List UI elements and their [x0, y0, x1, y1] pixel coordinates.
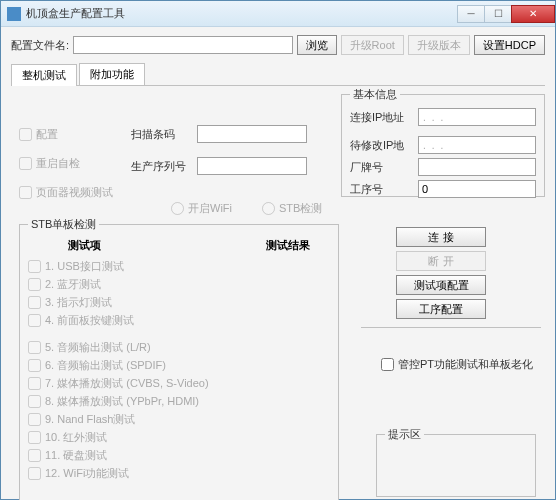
chk-ctrl-pt[interactable]: 管控PT功能测试和单板老化 — [381, 357, 533, 372]
tab-bar: 整机测试 附加功能 — [11, 63, 545, 86]
upgrade-root-button: 升级Root — [341, 35, 404, 55]
browse-button[interactable]: 浏览 — [297, 35, 337, 55]
maximize-button[interactable]: ☐ — [484, 5, 512, 23]
config-file-input[interactable] — [73, 36, 293, 54]
factory-input[interactable] — [418, 158, 536, 176]
minimize-button[interactable]: ─ — [457, 5, 485, 23]
stb-item-2[interactable]: 2. 蓝牙测试 — [28, 277, 330, 292]
connect-button[interactable]: 连 接 — [396, 227, 486, 247]
factory-label: 厂牌号 — [350, 160, 412, 175]
divider — [361, 327, 541, 328]
hint-group: 提示区 — [376, 427, 536, 497]
chk-config[interactable]: 配置 — [19, 127, 113, 142]
stb-item-11[interactable]: 11. 硬盘测试 — [28, 448, 330, 463]
app-icon — [7, 7, 21, 21]
radio-open-wifi[interactable]: 开启WiFi — [171, 201, 232, 216]
window-title: 机顶盒生产配置工具 — [26, 6, 458, 21]
stb-col-result: 测试结果 — [266, 238, 310, 253]
mod-ip-input[interactable]: ... — [418, 136, 536, 154]
set-hdcp-button[interactable]: 设置HDCP — [474, 35, 545, 55]
titlebar: 机顶盒生产配置工具 ─ ☐ ✕ — [1, 1, 555, 27]
tab-addon[interactable]: 附加功能 — [79, 63, 145, 85]
station-label: 工序号 — [350, 182, 412, 197]
basic-info-group: 基本信息 连接IP地址 ... 待修改IP地 ... 厂牌号 工序号 — [341, 87, 545, 197]
test-item-config-button[interactable]: 测试项配置 — [396, 275, 486, 295]
stb-item-4[interactable]: 4. 前面板按键测试 — [28, 313, 330, 328]
basic-info-legend: 基本信息 — [350, 87, 400, 102]
stb-legend: STB单板检测 — [28, 217, 99, 232]
stb-item-10[interactable]: 10. 红外测试 — [28, 430, 330, 445]
upgrade-version-button: 升级版本 — [408, 35, 470, 55]
hint-legend: 提示区 — [385, 427, 424, 442]
stb-group: STB单板检测 测试项 测试结果 1. USB接口测试 2. 蓝牙测试 3. 指… — [19, 217, 339, 500]
chk-reboot-selftest[interactable]: 重启自检 — [19, 156, 113, 171]
stb-item-7[interactable]: 7. 媒体播放测试 (CVBS, S-Video) — [28, 376, 330, 391]
stb-item-6[interactable]: 6. 音频输出测试 (SPDIF) — [28, 358, 330, 373]
stb-item-5[interactable]: 5. 音频输出测试 (L/R) — [28, 340, 330, 355]
barcode-input[interactable] — [197, 125, 307, 143]
stb-item-3[interactable]: 3. 指示灯测试 — [28, 295, 330, 310]
stb-item-12[interactable]: 12. WiFi功能测试 — [28, 466, 330, 481]
ip-input[interactable]: ... — [418, 108, 536, 126]
ip-label: 连接IP地址 — [350, 110, 412, 125]
stb-item-8[interactable]: 8. 媒体播放测试 (YPbPr, HDMI) — [28, 394, 330, 409]
station-config-button[interactable]: 工序配置 — [396, 299, 486, 319]
close-button[interactable]: ✕ — [511, 5, 555, 23]
sn-input[interactable] — [197, 157, 307, 175]
stb-item-9[interactable]: 9. Nand Flash测试 — [28, 412, 330, 427]
config-file-label: 配置文件名: — [11, 38, 69, 53]
stb-col-test: 测试项 — [68, 238, 101, 253]
barcode-label: 扫描条码 — [131, 127, 191, 142]
chk-page-video-test[interactable]: 页面器视频测试 — [19, 185, 113, 200]
tab-full-test[interactable]: 整机测试 — [11, 64, 77, 86]
radio-stb-detect[interactable]: STB检测 — [262, 201, 322, 216]
station-input[interactable] — [418, 180, 536, 198]
sn-label: 生产序列号 — [131, 159, 191, 174]
disconnect-button: 断 开 — [396, 251, 486, 271]
stb-item-1[interactable]: 1. USB接口测试 — [28, 259, 330, 274]
mod-ip-label: 待修改IP地 — [350, 138, 412, 153]
